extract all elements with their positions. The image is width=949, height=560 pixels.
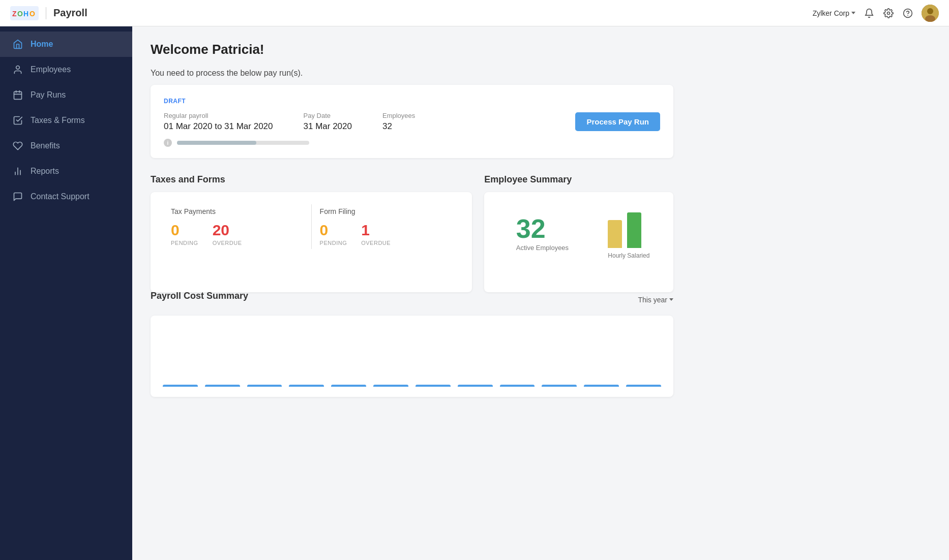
app-name: Payroll	[53, 7, 87, 19]
logo-area: Z O H O Payroll	[10, 6, 87, 20]
svg-text:O: O	[29, 10, 35, 18]
employees-label: Employees	[382, 112, 415, 119]
payroll-header: Payroll Cost Summary This year	[151, 291, 673, 308]
benefits-icon	[12, 140, 23, 151]
tax-payment-numbers: 0 PENDING 20 OVERDUE	[171, 223, 303, 246]
progress-bar-fill	[177, 141, 256, 145]
draft-payroll-block: Regular payroll 01 Mar 2020 to 31 Mar 20…	[164, 112, 273, 132]
process-pay-run-button[interactable]: Process Pay Run	[575, 112, 660, 131]
sidebar-taxes-label: Taxes & Forms	[31, 116, 85, 125]
month-bar-group	[584, 385, 619, 387]
form-pending-label: PENDING	[320, 240, 347, 246]
svg-text:O: O	[17, 10, 23, 18]
draft-employees-block: Employees 32	[382, 112, 415, 132]
company-name: Zylker Corp	[813, 9, 849, 17]
emp-count: 32	[516, 215, 569, 242]
month-bar-group	[205, 385, 240, 387]
month-bar	[542, 385, 577, 387]
sidebar-employees-label: Employees	[31, 65, 71, 74]
emp-bar-chart	[608, 207, 641, 248]
month-bar-group	[289, 385, 324, 387]
sidebar-item-home[interactable]: Home	[0, 32, 132, 57]
home-icon	[12, 39, 23, 50]
sidebar-item-taxes-forms[interactable]: Taxes & Forms	[0, 108, 132, 133]
draft-paydate-block: Pay Date 31 Mar 2020	[304, 112, 352, 132]
progress-bar-track	[177, 141, 309, 145]
form-pending-block: 0 PENDING	[320, 223, 347, 246]
help-icon[interactable]	[902, 8, 913, 19]
employee-summary-section: Employee Summary 32 Active Employees	[484, 174, 673, 274]
payroll-type-label: Regular payroll	[164, 112, 273, 119]
sidebar-item-reports[interactable]: Reports	[0, 159, 132, 184]
sidebar-support-label: Contact Support	[31, 192, 90, 201]
pay-run-subtitle: You need to process the below pay run(s)…	[151, 69, 673, 78]
main-layout: Home Employees Pay Runs	[0, 26, 949, 560]
form-overdue-block: 1 OVERDUE	[361, 223, 391, 246]
top-header: Z O H O Payroll Zylker Corp	[0, 0, 949, 26]
form-filing-numbers: 0 PENDING 1 OVERDUE	[320, 223, 452, 246]
svg-point-5	[887, 12, 890, 14]
month-bar-group	[247, 385, 282, 387]
logo-divider	[46, 7, 46, 19]
payroll-cost-title: Payroll Cost Summary	[151, 291, 248, 301]
month-bar	[331, 385, 366, 387]
year-chevron-icon	[669, 298, 673, 301]
month-bar	[247, 385, 282, 387]
header-right: Zylker Corp	[813, 5, 939, 22]
employee-summary-card: 32 Active Employees Hourly Sa	[484, 192, 673, 292]
payroll-chart-card	[151, 316, 673, 397]
form-overdue-label: OVERDUE	[361, 240, 391, 246]
tax-pending-label: PENDING	[171, 240, 198, 246]
month-bar-group	[542, 385, 577, 387]
page-title: Welcome Patricia!	[151, 42, 673, 57]
draft-meta: Regular payroll 01 Mar 2020 to 31 Mar 20…	[164, 112, 415, 132]
tax-payments-title: Tax Payments	[171, 207, 303, 215]
month-bar	[584, 385, 619, 387]
svg-rect-12	[14, 91, 22, 99]
avatar[interactable]	[922, 5, 939, 22]
sidebar-home-label: Home	[31, 40, 53, 49]
month-bar-group	[626, 385, 661, 387]
company-chevron-icon	[851, 12, 855, 14]
bell-icon[interactable]	[864, 8, 875, 19]
bar-labels: Hourly Salaried	[608, 252, 641, 259]
month-bar-group	[163, 385, 198, 387]
chat-icon	[12, 191, 23, 202]
sidebar-item-contact-support[interactable]: Contact Support	[0, 184, 132, 209]
payroll-cost-section: Payroll Cost Summary This year	[151, 291, 673, 397]
content-inner: Welcome Patricia! You need to process th…	[132, 26, 692, 412]
employee-summary-title: Employee Summary	[484, 174, 673, 185]
company-selector[interactable]: Zylker Corp	[813, 9, 855, 17]
draft-card: DRAFT Regular payroll 01 Mar 2020 to 31 …	[151, 85, 673, 158]
emp-count-label: Active Employees	[516, 244, 569, 252]
year-selector-label: This year	[638, 296, 667, 304]
month-bar	[500, 385, 535, 387]
taxes-forms-section: Taxes and Forms Tax Payments 0 PENDING	[151, 174, 472, 274]
hourly-bar	[608, 220, 622, 248]
year-selector[interactable]: This year	[638, 296, 673, 304]
month-bar	[163, 385, 198, 387]
person-icon	[12, 64, 23, 75]
emp-count-block: 32 Active Employees	[516, 215, 569, 252]
form-filing-col: Form Filing 0 PENDING 1 OVERDUE	[312, 202, 460, 251]
payroll-period: 01 Mar 2020 to 31 Mar 2020	[164, 121, 273, 132]
emp-chart: Hourly Salaried	[608, 207, 641, 259]
salaried-bar	[627, 212, 641, 248]
sidebar-item-pay-runs[interactable]: Pay Runs	[0, 82, 132, 108]
form-overdue-value: 1	[361, 223, 391, 238]
month-bar-group	[416, 385, 451, 387]
pay-date-label: Pay Date	[304, 112, 352, 119]
tax-pending-block: 0 PENDING	[171, 223, 198, 246]
month-bar	[289, 385, 324, 387]
calendar-icon	[12, 89, 23, 101]
settings-icon[interactable]	[883, 8, 894, 19]
sidebar-reports-label: Reports	[31, 167, 59, 176]
sidebar-benefits-label: Benefits	[31, 141, 60, 150]
sidebar-item-benefits[interactable]: Benefits	[0, 133, 132, 159]
bar-chart-icon	[12, 166, 23, 177]
sidebar-item-employees[interactable]: Employees	[0, 57, 132, 82]
form-pending-value: 0	[320, 223, 347, 238]
tax-payments-col: Tax Payments 0 PENDING 20 OVERDUE	[163, 202, 311, 251]
emp-summary-inner: 32 Active Employees Hourly Sa	[496, 202, 661, 264]
tax-overdue-label: OVERDUE	[213, 240, 242, 246]
